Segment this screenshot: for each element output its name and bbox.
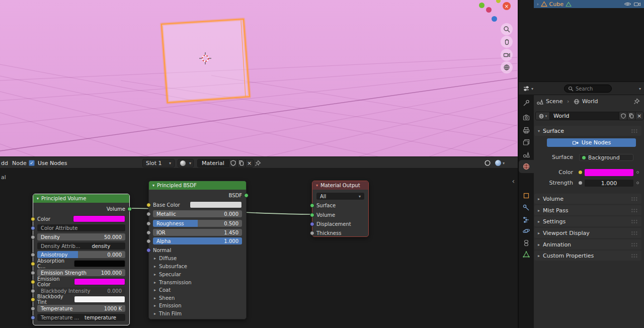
world-name-field[interactable]: World — [549, 112, 619, 120]
outliner-row-cube[interactable]: › Cube — [534, 0, 644, 8]
blackbody-tint-swatch[interactable] — [74, 296, 125, 303]
tab-scene[interactable] — [522, 150, 530, 158]
tab-render[interactable] — [522, 114, 530, 122]
tab-view-layer[interactable] — [522, 138, 530, 146]
node-output-header[interactable]: ▾ Material Output — [312, 181, 368, 190]
socket-bsdf-output[interactable] — [244, 193, 249, 198]
axis-x-neg-ball[interactable]: × — [503, 2, 511, 10]
socket-alpha-input[interactable] — [146, 239, 151, 243]
strength-field[interactable]: 1.000 — [585, 180, 633, 187]
density-slider[interactable]: Density50.000 — [37, 233, 125, 240]
roughness-slider[interactable]: Roughness0.500 — [153, 220, 242, 227]
collapse-arrow-icon[interactable]: ▾ — [152, 183, 154, 188]
fake-user-button[interactable] — [229, 159, 237, 167]
panel-grip[interactable] — [631, 197, 638, 201]
socket-anisotropy-input[interactable] — [31, 253, 35, 257]
socket-temperature-attribute-input[interactable] — [31, 315, 35, 320]
new-world-button[interactable] — [627, 112, 635, 120]
tab-tool[interactable] — [522, 99, 530, 107]
socket-color-input[interactable] — [31, 217, 35, 221]
panel-grip[interactable] — [631, 254, 638, 258]
temperature-slider[interactable]: Temperature1000 K — [37, 305, 125, 312]
fake-user-button[interactable] — [619, 112, 627, 120]
menu-add[interactable]: dd — [1, 157, 8, 169]
panel-header-animation[interactable]: ▸Animation — [534, 239, 641, 250]
tab-particles[interactable] — [522, 216, 530, 224]
unlink-material-button[interactable]: × — [245, 159, 253, 167]
shading-sphere-dropdown[interactable]: ▾ — [495, 157, 505, 169]
use-nodes-toggle[interactable]: ✓ Use Nodes — [29, 157, 67, 169]
socket-normal-input[interactable] — [146, 248, 151, 253]
socket-displacement-input[interactable] — [310, 222, 314, 226]
shader-node-canvas[interactable]: al ‹ ▾ Principled Volume Volume Color Co… — [0, 169, 518, 328]
disclosure-icon[interactable]: › — [537, 2, 539, 7]
zoom-button[interactable] — [501, 23, 513, 35]
target-dropdown[interactable]: All▾ — [316, 193, 364, 200]
panel-grip[interactable] — [631, 208, 638, 213]
section-thin-film[interactable]: ▸Thin Film — [149, 309, 246, 318]
panel-grip[interactable] — [631, 242, 638, 247]
viewport-3d[interactable]: × — [0, 0, 518, 156]
search-input[interactable]: Search — [564, 85, 612, 93]
tab-constraints[interactable] — [522, 239, 530, 247]
pin-icon[interactable] — [633, 98, 640, 105]
socket-emission-color-input[interactable] — [31, 280, 35, 284]
tab-modifiers[interactable] — [522, 204, 530, 212]
anisotropy-slider[interactable]: Anisotropy0.000 — [37, 251, 125, 258]
socket-ior-input[interactable] — [146, 230, 151, 235]
world-browse-dropdown[interactable]: ▾ — [536, 112, 549, 120]
panel-grip[interactable] — [631, 231, 638, 235]
axis-x-ball[interactable] — [486, 7, 492, 13]
blackbody-intensity-slider[interactable]: Blackbody Intensity0.000 — [37, 287, 125, 294]
unlink-world-button[interactable]: × — [635, 112, 643, 120]
overlay-toggle-button[interactable] — [484, 157, 491, 169]
tab-physics[interactable] — [522, 227, 530, 235]
density-attribute-field[interactable]: Density Attrib...density — [37, 242, 125, 250]
node-volume-header[interactable]: ▾ Principled Volume — [33, 194, 129, 203]
use-nodes-button[interactable]: Use Nodes — [547, 138, 636, 147]
panel-header-mist-pass[interactable]: ▸Mist Pass — [534, 205, 641, 215]
panel-header-surface[interactable]: ▾ Surface — [534, 126, 641, 136]
camera-view-button[interactable] — [501, 49, 513, 61]
camera-visibility-icon[interactable] — [633, 1, 641, 7]
socket-volume-output[interactable] — [127, 207, 132, 211]
collapse-arrow-icon[interactable]: ▾ — [316, 183, 318, 188]
axis-y-ball[interactable] — [479, 3, 485, 8]
breadcrumb-scene[interactable]: Scene — [546, 98, 563, 105]
decorator-dot[interactable] — [636, 171, 639, 174]
surface-shader-dropdown[interactable]: Background — [579, 154, 633, 161]
socket-emission-strength-input[interactable] — [31, 271, 35, 275]
chevron-down-icon[interactable]: ▾ — [639, 87, 641, 91]
tab-world[interactable] — [522, 162, 530, 171]
socket-metallic-input[interactable] — [146, 212, 151, 216]
socket-blackbody-tint-input[interactable] — [31, 297, 35, 302]
socket-color-attribute-input[interactable] — [31, 226, 35, 230]
pin-button[interactable] — [255, 157, 261, 169]
slot-dropdown[interactable]: Slot 1▾ — [142, 157, 175, 169]
panel-header-viewport-display[interactable]: ▸Viewport Display — [534, 228, 641, 238]
socket-roughness-input[interactable] — [146, 221, 151, 226]
node-material-output[interactable]: ▾ Material Output All▾ Surface Volume Di… — [312, 181, 369, 237]
socket-temperature-input[interactable] — [31, 306, 35, 311]
metallic-slider[interactable]: Metallic0.000 — [153, 210, 242, 217]
alpha-slider[interactable]: Alpha1.000 — [153, 237, 242, 244]
panel-header-custom-properties[interactable]: ▸Custom Properties — [534, 251, 641, 261]
breadcrumb-world[interactable]: World — [582, 98, 598, 105]
tab-output[interactable] — [522, 126, 530, 134]
tab-object-data[interactable] — [522, 251, 530, 259]
absorption-color-swatch[interactable] — [74, 260, 125, 267]
editor-type-dropdown[interactable]: ▾ — [523, 85, 533, 92]
pan-button[interactable] — [501, 36, 513, 48]
new-material-button[interactable] — [237, 159, 245, 167]
menu-node[interactable]: Node — [12, 157, 27, 169]
node-bsdf-header[interactable]: ▾ Principled BSDF — [149, 181, 246, 190]
panel-grip[interactable] — [631, 129, 638, 133]
material-name-field[interactable]: Material — [198, 159, 229, 167]
node-principled-volume[interactable]: ▾ Principled Volume Volume Color Color A… — [33, 194, 130, 325]
world-color-swatch[interactable] — [585, 169, 633, 176]
socket-volume-input[interactable] — [310, 213, 314, 217]
base-color-swatch[interactable] — [190, 201, 242, 208]
material-browse-dropdown[interactable]: ▾ — [178, 157, 194, 169]
socket-base-color-input[interactable] — [146, 203, 151, 207]
tab-object[interactable] — [522, 192, 530, 200]
